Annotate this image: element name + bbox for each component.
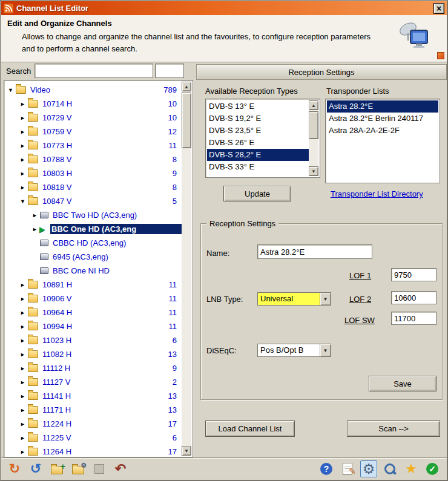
tree-item-label[interactable]: 10906 V xyxy=(41,293,73,304)
tree-row[interactable]: ►10994 H11 xyxy=(5,319,182,333)
tree-item-label[interactable]: BBC One NI HD xyxy=(51,266,111,276)
tree-item-label[interactable]: 10818 V xyxy=(41,182,73,192)
tree-item-label[interactable]: 10847 V xyxy=(41,196,73,206)
tree-item-label[interactable]: 10729 V xyxy=(41,113,73,123)
help-button[interactable]: ? xyxy=(318,460,335,477)
scroll-thumb[interactable] xyxy=(309,111,318,139)
tree-row[interactable]: 6945 (AC3,eng) xyxy=(5,250,182,264)
tree-row[interactable]: ►10803 H9 xyxy=(5,166,182,180)
expand-icon[interactable]: ► xyxy=(19,157,27,163)
reception-type-item[interactable]: DVB-S 19,2° E xyxy=(207,113,309,125)
transponder-list-item[interactable]: Astra 28A-2A-2E-2F xyxy=(327,125,438,137)
tree-row[interactable]: ►11264 H17 xyxy=(5,445,182,456)
transponder-list-item[interactable]: Astra 28.2°E xyxy=(327,100,438,113)
expand-icon[interactable]: ► xyxy=(19,171,27,177)
expand-icon[interactable]: ► xyxy=(19,324,27,330)
settings-gear-button[interactable]: ⚙ xyxy=(360,460,377,477)
tree-row[interactable]: ►BBC Two HD (AC3,eng) xyxy=(5,208,182,222)
tree-row[interactable]: ►11141 H13 xyxy=(5,389,182,403)
tree-row[interactable]: ►10773 H11 xyxy=(5,139,182,152)
collapse-icon[interactable]: ▼ xyxy=(19,198,27,205)
tree-item-label[interactable]: 10891 H xyxy=(41,280,73,290)
tree-row[interactable]: ▼Video789 xyxy=(5,83,182,97)
tree-row[interactable]: ►11225 V6 xyxy=(5,431,182,445)
tree-item-label[interactable]: CBBC HD (AC3,eng) xyxy=(51,238,127,248)
edit-button[interactable] xyxy=(339,460,356,477)
tree-item-label[interactable]: Video xyxy=(29,85,51,95)
expand-icon[interactable]: ► xyxy=(19,129,27,135)
search-input[interactable] xyxy=(35,64,153,78)
tree-item-label[interactable]: 11112 H xyxy=(41,363,71,373)
tree-row[interactable]: CBBC HD (AC3,eng) xyxy=(5,236,182,250)
tree-row[interactable]: ►10788 V8 xyxy=(5,152,182,166)
tree-row[interactable]: ►11023 H6 xyxy=(5,333,182,347)
expand-icon[interactable]: ► xyxy=(31,212,39,218)
tree-row[interactable]: ►10759 V12 xyxy=(5,125,182,139)
reception-type-item[interactable]: DVB-S 26° E xyxy=(207,137,309,149)
tree-item-label[interactable]: 11171 H xyxy=(41,405,72,415)
scroll-up-icon[interactable] xyxy=(182,82,191,91)
expand-icon[interactable]: ► xyxy=(19,393,27,399)
expand-icon[interactable]: ► xyxy=(19,352,27,358)
scan-button[interactable]: Scan --> xyxy=(347,420,440,437)
tree-row[interactable]: ►11112 H9 xyxy=(5,361,182,375)
tree-row[interactable]: ►10729 V10 xyxy=(5,111,182,125)
listbox-scrollbar[interactable] xyxy=(309,100,318,176)
tree-item-label[interactable]: 10803 H xyxy=(41,168,73,178)
expand-icon[interactable]: ► xyxy=(19,310,27,316)
search-magnifier-button[interactable] xyxy=(381,460,398,477)
folder-settings-button[interactable]: ⚙ xyxy=(70,460,87,477)
lofsw-field[interactable] xyxy=(391,312,436,325)
tree-item-label[interactable]: 10773 H xyxy=(41,140,73,151)
tree-row[interactable]: ▼10847 V5 xyxy=(5,194,182,208)
reception-type-item[interactable]: DVB-S 28,2° E xyxy=(207,149,309,161)
disabled-action-button[interactable] xyxy=(91,460,108,477)
add-folder-button[interactable]: + xyxy=(48,460,65,477)
name-field[interactable] xyxy=(257,244,372,259)
tree-item-label[interactable]: BBC One HD (AC3,eng xyxy=(50,224,182,234)
load-channel-list-button[interactable]: Load Channel List xyxy=(205,420,295,437)
expand-icon[interactable]: ► xyxy=(19,338,27,344)
scroll-up-icon[interactable] xyxy=(309,100,318,110)
tree-item-label[interactable]: 10964 H xyxy=(41,307,73,318)
tree-row[interactable]: BBC One NI HD xyxy=(5,264,182,278)
reception-type-item[interactable]: DVB-S 33° E xyxy=(207,161,309,173)
expand-icon[interactable]: ► xyxy=(19,282,27,288)
refresh-all-button[interactable]: ↻ xyxy=(6,460,23,477)
transponder-lists-listbox[interactable]: Astra 28.2°EAstra 28.2°E Berlin 240117As… xyxy=(325,99,440,183)
favourites-star-button[interactable]: ★ xyxy=(403,460,420,477)
tree-item-label[interactable]: 10788 V xyxy=(41,154,73,165)
expand-icon[interactable]: ► xyxy=(19,143,27,149)
reception-type-item[interactable]: DVB-S 36° E xyxy=(207,173,309,176)
tree-row[interactable]: ►▶BBC One HD (AC3,eng xyxy=(5,222,182,236)
title-bar[interactable]: Channel List Editor × xyxy=(1,1,447,15)
tree-item-label[interactable]: 6945 (AC3,eng) xyxy=(51,252,110,262)
tree-row[interactable]: ►11171 H13 xyxy=(5,403,182,417)
diseqc-dropdown[interactable]: Pos B/Opt B xyxy=(257,344,331,357)
expand-icon[interactable]: ► xyxy=(19,435,27,441)
expand-icon[interactable]: ► xyxy=(19,449,27,455)
lof2-field[interactable] xyxy=(391,291,436,304)
scroll-down-icon[interactable] xyxy=(309,166,318,176)
expand-icon[interactable]: ► xyxy=(19,115,27,121)
tree-item-label[interactable]: 10994 H xyxy=(41,321,73,332)
close-button[interactable]: × xyxy=(433,3,444,14)
tree-row[interactable]: ►10964 H11 xyxy=(5,306,182,319)
update-button[interactable]: Update xyxy=(223,186,291,201)
tree-item-label[interactable]: BBC Two HD (AC3,eng) xyxy=(51,210,138,220)
scroll-down-icon[interactable] xyxy=(182,446,191,456)
tree-row[interactable]: ►11127 V2 xyxy=(5,375,182,389)
transponder-list-item[interactable]: Astra 28.2°E Berlin 240117 xyxy=(327,113,438,125)
tree-item-label[interactable]: 11023 H xyxy=(41,335,73,345)
tree-item-label[interactable]: 11127 V xyxy=(41,377,72,387)
reception-type-item[interactable]: DVB-S 13° E xyxy=(207,100,309,113)
tree-item-label[interactable]: 10714 H xyxy=(41,99,73,109)
lof1-field[interactable] xyxy=(391,268,436,281)
tree-item-label[interactable]: 11082 H xyxy=(41,349,73,359)
tree-row[interactable]: ►10891 H11 xyxy=(5,278,182,292)
lnb-type-dropdown[interactable]: Universal xyxy=(257,292,331,306)
tree-item-label[interactable]: 11141 H xyxy=(41,391,72,401)
scroll-thumb[interactable] xyxy=(182,93,191,148)
tree-scrollbar[interactable] xyxy=(182,82,191,456)
tree-item-label[interactable]: 11264 H xyxy=(41,447,73,456)
